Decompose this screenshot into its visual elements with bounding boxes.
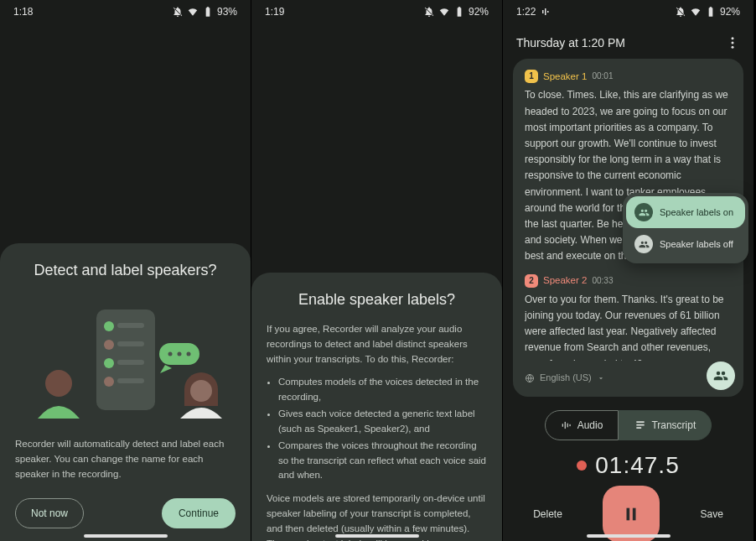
svg-point-2 [104, 321, 114, 331]
globe-icon [525, 373, 535, 383]
speaker-name[interactable]: Speaker 2 [543, 273, 587, 288]
popover-label: Speaker labels off [660, 239, 733, 249]
status-right: 92% [675, 6, 740, 18]
pause-icon [622, 505, 640, 523]
svg-point-20 [732, 42, 734, 44]
detect-sheet: Detect and label speakers? [0, 243, 251, 541]
svg-rect-27 [627, 508, 630, 521]
speaker-badge: 2 [525, 274, 538, 288]
svg-rect-17 [545, 8, 546, 15]
language-label: English (US) [540, 371, 592, 386]
overflow-menu-icon[interactable] [725, 35, 740, 50]
svg-rect-3 [117, 323, 144, 328]
status-time: 1:18 [13, 6, 33, 18]
nav-pill[interactable] [587, 534, 671, 538]
sheet-title: Enable speaker labels? [267, 291, 487, 309]
nav-pill[interactable] [84, 534, 168, 538]
timer-display: 01:47.5 [595, 452, 679, 479]
bullet-list: Computes models of the voices detected i… [267, 375, 487, 483]
svg-rect-18 [547, 11, 549, 13]
transcript-icon [634, 419, 646, 431]
status-right: 92% [423, 6, 489, 18]
tab-label: Transcript [651, 419, 696, 431]
mic-activity-icon [541, 7, 551, 17]
svg-point-8 [104, 377, 114, 387]
status-bar: 1:19 92% [251, 0, 502, 23]
bullet-item: Compares the voices throughout the recor… [278, 439, 487, 483]
svg-rect-28 [633, 508, 636, 521]
dnd-icon [423, 6, 435, 18]
status-bar: 1:18 93% [0, 0, 251, 23]
status-time: 1:19 [265, 6, 284, 18]
speaker-labels-popover: Speaker labels on Speaker labels off [623, 193, 748, 263]
svg-rect-16 [542, 10, 544, 13]
bullet-item: Computes models of the voices detected i… [278, 375, 487, 405]
svg-point-12 [177, 352, 181, 356]
svg-rect-7 [117, 360, 144, 365]
speaker-row: 1 Speaker 1 00:01 [525, 69, 732, 84]
wifi-icon [690, 6, 702, 18]
sheet-desc: Recorder will automatically detect and l… [15, 437, 236, 481]
svg-rect-25 [567, 424, 567, 428]
waveform-icon [561, 419, 572, 431]
wifi-icon [438, 6, 450, 18]
battery-pct: 93% [217, 6, 237, 18]
svg-rect-23 [562, 424, 562, 428]
svg-rect-24 [564, 422, 565, 429]
dnd-icon [675, 6, 686, 18]
svg-point-11 [168, 352, 172, 356]
view-toggle: Audio Transcript [513, 410, 743, 440]
illustration [15, 293, 236, 419]
dnd-icon [172, 6, 184, 18]
continue-button[interactable]: Continue [162, 498, 236, 528]
transcript-text: Over to you for them. Thanks. It's great… [525, 292, 732, 361]
svg-point-0 [45, 370, 72, 397]
chevron-down-icon [597, 374, 605, 382]
audio-tab[interactable]: Audio [545, 410, 619, 440]
speaker-timestamp: 00:01 [592, 70, 613, 83]
svg-point-6 [104, 358, 114, 368]
pause-button[interactable] [603, 486, 660, 541]
language-selector[interactable]: English (US) [525, 371, 732, 386]
intro-text: If you agree, Recorder will analyze your… [267, 322, 487, 367]
svg-rect-26 [569, 424, 570, 426]
speaker-badge: 1 [525, 70, 538, 83]
svg-point-4 [104, 340, 114, 350]
battery-icon [453, 6, 465, 18]
svg-rect-9 [117, 378, 144, 383]
bullet-item: Gives each voice detected a generic text… [278, 407, 487, 437]
people-icon [713, 368, 728, 383]
svg-point-21 [732, 46, 734, 49]
speaker-name[interactable]: Speaker 1 [543, 69, 587, 84]
speaker-labels-fab[interactable] [707, 362, 735, 390]
recording-title: Thursday at 1:20 PM [516, 36, 625, 49]
svg-point-19 [732, 37, 734, 39]
speaker-row: 2 Speaker 2 00:33 [525, 273, 732, 288]
speaker-timestamp: 00:33 [592, 274, 613, 288]
screen-enable-prompt: 1:19 92% Enable speaker labels? If you a… [251, 0, 503, 541]
screen-recorder: 1:22 92% Thursday at 1:20 PM 1 Speaker 1… [503, 0, 754, 541]
speaker-labels-on-item[interactable]: Speaker labels on [626, 196, 745, 228]
status-time: 1:22 [516, 6, 536, 18]
recording-indicator-icon [577, 460, 587, 471]
people-icon [639, 207, 650, 218]
battery-icon [705, 6, 717, 18]
sheet-title: Detect and label speakers? [15, 262, 236, 279]
svg-rect-5 [117, 341, 144, 346]
transcript-tab[interactable]: Transcript [619, 410, 712, 440]
delete-button[interactable]: Delete [533, 508, 562, 520]
not-now-button[interactable]: Not now [15, 498, 84, 528]
speaker-labels-off-item[interactable]: Speaker labels off [626, 228, 745, 260]
svg-point-15 [190, 380, 212, 402]
battery-icon [202, 6, 214, 18]
svg-point-13 [186, 352, 190, 356]
popover-label: Speaker labels on [660, 207, 733, 217]
enable-sheet: Enable speaker labels? If you agree, Rec… [251, 273, 502, 541]
nav-pill[interactable] [335, 534, 419, 538]
status-right: 93% [172, 6, 237, 18]
screen-detect-prompt: 1:18 93% Detect and label speakers? [0, 0, 251, 541]
battery-pct: 92% [720, 6, 740, 18]
status-bar: 1:22 92% [503, 0, 753, 23]
save-button[interactable]: Save [700, 508, 722, 520]
tab-label: Audio [577, 419, 603, 431]
